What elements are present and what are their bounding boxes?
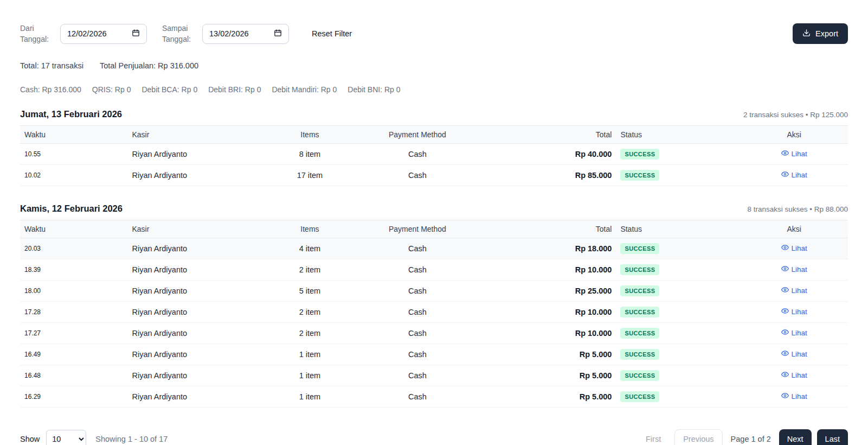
view-action-link[interactable]: Lihat <box>781 286 807 295</box>
view-action-label: Lihat <box>792 287 807 295</box>
cell-items: 4 item <box>260 238 359 259</box>
day-section: Jumat, 13 Februari 2026 2 transaksi suks… <box>20 109 848 186</box>
header-aksi: Aksi <box>740 220 848 238</box>
eye-icon <box>781 371 789 380</box>
eye-icon <box>781 328 789 338</box>
eye-icon <box>781 244 789 253</box>
from-date-input[interactable]: 12/02/2026 <box>60 24 147 44</box>
view-action-label: Lihat <box>792 308 807 316</box>
status-badge: SUCCESS <box>620 285 659 296</box>
eye-icon <box>781 349 789 359</box>
view-action-link[interactable]: Lihat <box>781 392 807 401</box>
view-action-link[interactable]: Lihat <box>781 244 807 253</box>
cell-kasir: Riyan Ardiyanto <box>128 344 260 365</box>
to-date-label: Sampai Tanggal: <box>162 23 197 45</box>
status-badge: SUCCESS <box>620 264 659 275</box>
last-page-button[interactable]: Last <box>817 429 848 445</box>
day-summary: 8 transaksi sukses • Rp 88.000 <box>747 205 848 213</box>
day-sections: Jumat, 13 Februari 2026 2 transaksi suks… <box>20 109 848 408</box>
day-section-header: Kamis, 12 Februari 2026 8 transaksi suks… <box>20 204 848 214</box>
header-kasir: Kasir <box>128 125 260 143</box>
view-action-link[interactable]: Lihat <box>781 371 807 380</box>
calendar-icon[interactable] <box>274 29 282 39</box>
download-icon <box>802 29 811 39</box>
cell-total: Rp 25.000 <box>475 280 616 301</box>
transactions-table: Waktu Kasir Items Payment Method Total S… <box>20 125 848 186</box>
status-badge: SUCCESS <box>620 170 659 181</box>
header-status: Status <box>616 220 740 238</box>
eye-icon <box>781 149 789 158</box>
calendar-icon[interactable] <box>132 29 140 39</box>
view-action-link[interactable]: Lihat <box>781 328 807 338</box>
payment-method-total: QRIS: Rp 0 <box>92 85 131 94</box>
export-button[interactable]: Export <box>793 23 848 44</box>
table-row: 17.28 Riyan Ardiyanto 2 item Cash Rp 10.… <box>20 301 848 322</box>
cell-waktu: 20.03 <box>20 238 128 259</box>
cell-payment: Cash <box>359 322 475 344</box>
previous-page-button[interactable]: Previous <box>674 429 722 445</box>
cell-waktu: 18.39 <box>20 259 128 280</box>
cell-kasir: Riyan Ardiyanto <box>128 280 260 301</box>
page-size-select[interactable]: 10 <box>46 430 86 445</box>
view-action-label: Lihat <box>792 171 807 179</box>
cell-total: Rp 10.000 <box>475 322 616 344</box>
cell-items: 8 item <box>260 143 359 164</box>
day-section: Kamis, 12 Februari 2026 8 transaksi suks… <box>20 204 848 408</box>
from-date-label: Dari Tanggal: <box>20 23 55 45</box>
to-date-value: 13/02/2026 <box>209 29 249 38</box>
cell-items: 1 item <box>260 365 359 386</box>
pagination-bar: Show 10 Showing 1 - 10 of 17 First Previ… <box>20 429 848 445</box>
cell-kasir: Riyan Ardiyanto <box>128 301 260 322</box>
view-action-label: Lihat <box>792 350 807 358</box>
cell-payment: Cash <box>359 344 475 365</box>
table-row: 20.03 Riyan Ardiyanto 4 item Cash Rp 18.… <box>20 238 848 259</box>
view-action-link[interactable]: Lihat <box>781 265 807 274</box>
from-date-value: 12/02/2026 <box>67 29 107 38</box>
first-page-button[interactable]: First <box>638 429 669 445</box>
cell-total: Rp 5.000 <box>475 344 616 365</box>
header-total: Total <box>475 125 616 143</box>
view-action-link[interactable]: Lihat <box>781 170 807 180</box>
table-header-row: Waktu Kasir Items Payment Method Total S… <box>20 220 848 238</box>
showing-text: Showing 1 - 10 of 17 <box>95 435 168 443</box>
cell-items: 2 item <box>260 259 359 280</box>
cell-payment: Cash <box>359 238 475 259</box>
status-badge: SUCCESS <box>620 307 659 317</box>
transactions-table: Waktu Kasir Items Payment Method Total S… <box>20 220 848 408</box>
cell-total: Rp 10.000 <box>475 301 616 322</box>
cell-waktu: 17.27 <box>20 322 128 344</box>
cell-total: Rp 40.000 <box>475 143 616 164</box>
day-summary: 2 transaksi sukses • Rp 125.000 <box>743 111 848 119</box>
view-action-link[interactable]: Lihat <box>781 349 807 359</box>
header-waktu: Waktu <box>20 220 128 238</box>
cell-items: 1 item <box>260 386 359 407</box>
view-action-link[interactable]: Lihat <box>781 307 807 316</box>
reset-filter-button[interactable]: Reset Filter <box>312 29 352 38</box>
to-date-input[interactable]: 13/02/2026 <box>202 24 289 44</box>
table-row: 16.48 Riyan Ardiyanto 1 item Cash Rp 5.0… <box>20 365 848 386</box>
header-items: Items <box>260 125 359 143</box>
cell-items: 2 item <box>260 301 359 322</box>
page-info: Page 1 of 2 <box>731 435 771 443</box>
cell-kasir: Riyan Ardiyanto <box>128 322 260 344</box>
cell-payment: Cash <box>359 259 475 280</box>
view-action-label: Lihat <box>792 392 807 400</box>
day-title: Kamis, 12 Februari 2026 <box>20 204 123 214</box>
filter-bar: Dari Tanggal: 12/02/2026 Sampai Tanggal:… <box>20 23 848 45</box>
payment-method-total: Debit BCA: Rp 0 <box>142 85 197 94</box>
cell-total: Rp 10.000 <box>475 259 616 280</box>
status-badge: SUCCESS <box>620 370 659 381</box>
status-badge: SUCCESS <box>620 243 659 254</box>
cell-payment: Cash <box>359 164 475 186</box>
table-row: 10.02 Riyan Ardiyanto 17 item Cash Rp 85… <box>20 164 848 186</box>
cell-items: 17 item <box>260 164 359 186</box>
cell-kasir: Riyan Ardiyanto <box>128 386 260 407</box>
table-row: 10.55 Riyan Ardiyanto 8 item Cash Rp 40.… <box>20 143 848 164</box>
table-row: 17.27 Riyan Ardiyanto 2 item Cash Rp 10.… <box>20 322 848 344</box>
cell-waktu: 16.29 <box>20 386 128 407</box>
eye-icon <box>781 265 789 274</box>
next-page-button[interactable]: Next <box>779 429 812 445</box>
cell-items: 1 item <box>260 344 359 365</box>
cell-kasir: Riyan Ardiyanto <box>128 365 260 386</box>
view-action-link[interactable]: Lihat <box>781 149 807 158</box>
